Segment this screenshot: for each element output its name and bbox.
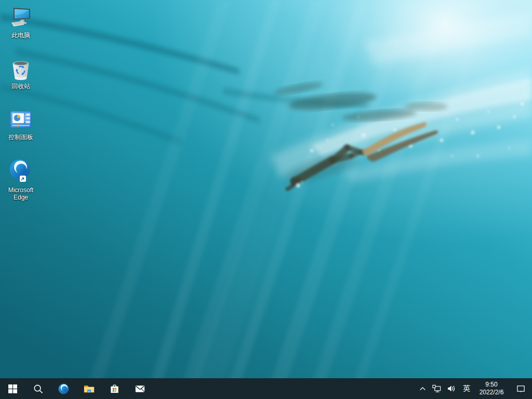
- desktop-icon-label: Microsoft Edge: [4, 187, 37, 201]
- volume-icon: [447, 384, 456, 393]
- search-icon: [33, 384, 43, 394]
- taskbar: 英 9:50 2022/2/6: [0, 378, 532, 399]
- chevron-up-icon: [419, 385, 427, 393]
- search-button[interactable]: [25, 378, 51, 399]
- shortcut-arrow-icon: [20, 176, 26, 182]
- network-ethernet-icon: [432, 384, 441, 393]
- language-label: 英: [463, 384, 470, 393]
- clock-time: 9:50: [485, 381, 497, 389]
- tray-volume-button[interactable]: [444, 378, 459, 399]
- taskbar-file-explorer-button[interactable]: [76, 378, 102, 399]
- desktop-icon-control-panel[interactable]: 控制面板: [1, 105, 41, 141]
- microsoft-edge-icon: [8, 158, 33, 185]
- control-panel-icon: [8, 107, 33, 132]
- system-tray: 英 9:50 2022/2/6: [416, 378, 532, 399]
- taskbar-edge-button[interactable]: [51, 378, 76, 399]
- microsoft-store-icon: [109, 383, 121, 395]
- desktop-icon-microsoft-edge[interactable]: Microsoft Edge: [1, 156, 41, 202]
- windows-logo-icon: [8, 384, 17, 393]
- desktop-icon-label: 回收站: [11, 83, 30, 90]
- desktop-icon-this-pc[interactable]: 此电脑: [1, 3, 41, 39]
- windows-desktop: 此电脑 回收站: [0, 0, 532, 399]
- tray-clock[interactable]: 9:50 2022/2/6: [474, 378, 509, 399]
- desktop-icon-list: 此电脑 回收站: [1, 3, 41, 216]
- desktop-wallpaper-underwater-diver: [0, 0, 532, 399]
- desktop-icon-recycle-bin[interactable]: 回收站: [1, 54, 41, 90]
- tray-network-button[interactable]: [429, 378, 444, 399]
- this-pc-icon: [8, 5, 33, 30]
- taskbar-store-button[interactable]: [102, 378, 127, 399]
- mail-icon: [134, 383, 146, 395]
- tray-chevron-up-button[interactable]: [416, 378, 429, 399]
- taskbar-mail-button[interactable]: [127, 378, 153, 399]
- recycle-bin-icon: [8, 56, 33, 81]
- start-button[interactable]: [0, 378, 25, 399]
- clock-date: 2022/2/6: [480, 389, 504, 396]
- desktop-icon-label: 此电脑: [11, 32, 30, 39]
- desktop-icon-label: 控制面板: [8, 134, 33, 141]
- action-center-icon: [516, 384, 525, 393]
- action-center-button[interactable]: [509, 378, 532, 399]
- tray-language-indicator[interactable]: 英: [459, 378, 474, 399]
- edge-logo-icon: [58, 383, 70, 395]
- file-explorer-icon: [83, 383, 95, 395]
